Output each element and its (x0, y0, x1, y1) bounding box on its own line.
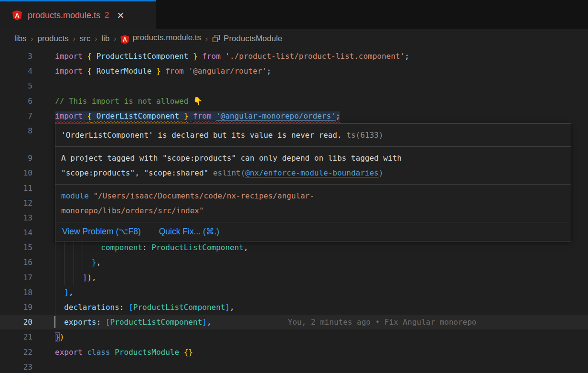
code-line[interactable]: 15 component: ProductListComponent, (0, 240, 588, 255)
quick-fix-action[interactable]: Quick Fix... (⌘.) (159, 227, 219, 237)
code-token: export (55, 348, 87, 357)
code-token: } (92, 258, 96, 267)
code-token: [ (128, 303, 133, 312)
line-number: 8 (0, 123, 32, 138)
angular-icon: A (120, 35, 129, 44)
code-token: ) (87, 273, 92, 282)
indent-guide (74, 270, 74, 285)
breadcrumb-item-lib[interactable]: lib (101, 34, 109, 44)
indent-guide (64, 255, 64, 270)
code-token: : (119, 303, 128, 312)
code-token: , (96, 258, 101, 267)
code-token: ProductsModule (115, 348, 184, 357)
indent-guide (83, 255, 83, 270)
code-token: from (202, 52, 225, 61)
popup-text: ts(6133) (342, 131, 384, 140)
class-symbol-icon (212, 34, 220, 43)
code-token: import (55, 52, 87, 61)
popup-text-line: "scope:products", "scope:shared" eslint(… (61, 165, 565, 180)
code-token: OrderListComponent (92, 111, 184, 121)
code-token: ProductListComponent (133, 303, 225, 312)
line-number: 12 (0, 196, 32, 210)
breadcrumb-item-products[interactable]: products (38, 34, 69, 44)
line-number: 18 (0, 285, 32, 300)
code-token: import (55, 111, 87, 121)
indent-guide (74, 255, 74, 270)
line-number: 3 (0, 49, 32, 64)
code-token: : (142, 243, 151, 252)
code-token: : (96, 318, 106, 327)
line-number: 9 (0, 151, 32, 165)
code-token: ; (336, 111, 341, 121)
chevron-right-icon: › (95, 34, 97, 43)
rule-link[interactable]: @nx/enforce-module-boundaries (245, 168, 378, 177)
code-token: component (101, 243, 142, 252)
code-line[interactable]: 22export class ProductsModule {} (0, 345, 588, 360)
view-problem-action[interactable]: View Problem (⌥F8) (62, 227, 141, 237)
code-token: , (244, 243, 248, 252)
indent-guide (92, 240, 92, 255)
breadcrumb-item-productsmodule[interactable]: ProductsModule (212, 34, 282, 44)
code-token (55, 243, 101, 252)
line-number: 15 (0, 240, 32, 255)
code-token: '@angular/router' (188, 66, 267, 76)
popup-text: ) (379, 168, 384, 177)
code-token: , (92, 273, 96, 282)
code-line[interactable]: 23 (0, 360, 588, 373)
indent-guide (64, 270, 64, 285)
code-token: , (230, 303, 235, 312)
code-token: RouterModule (92, 66, 156, 76)
code-line[interactable]: 20 exports: [ProductListComponent],You, … (0, 315, 588, 329)
popup-text: module (61, 191, 89, 200)
code-token: ProductListComponent (92, 52, 193, 61)
code-token: from (165, 66, 188, 76)
popup-text-line: A project tagged with "scope:products" c… (61, 151, 565, 165)
code-token: import (55, 66, 87, 76)
code-line[interactable]: 18 ], (0, 285, 588, 300)
chevron-right-icon: › (73, 34, 75, 43)
angular-icon: A (12, 11, 22, 21)
close-icon[interactable]: ✕ (117, 11, 125, 20)
line-number: 4 (0, 64, 32, 78)
code-line[interactable]: 3import { ProductListComponent } from '.… (0, 49, 588, 64)
line-number: 13 (0, 210, 32, 225)
code-token: } (55, 332, 60, 341)
breadcrumb-item-libs[interactable]: libs (14, 34, 27, 44)
popup-action-bar: View Problem (⌥F8)Quick Fix... (⌘.) (55, 222, 571, 241)
popup-text-line: module "/Users/isaac/Documents/code/nx-r… (61, 188, 565, 203)
code-line[interactable]: 6// This import is not allowed 👇 (0, 94, 588, 109)
code-token (55, 288, 64, 297)
code-line[interactable]: 4import { RouterModule } from '@angular/… (0, 64, 588, 78)
git-blame-annotation: You, 2 minutes ago • Fix Angular monorep… (288, 318, 477, 327)
code-line[interactable]: 17 ]), (0, 270, 588, 285)
breadcrumb-item-products-module-ts[interactable]: Aproducts.module.ts (120, 33, 201, 44)
code-token: ProductListComponent (110, 318, 203, 327)
indent-guide (55, 300, 55, 315)
angular-icon: A (120, 35, 129, 44)
code-line[interactable]: 16 }, (0, 255, 588, 270)
line-number: 5 (0, 78, 32, 93)
code-token: exports (64, 318, 96, 327)
breadcrumb-item-src[interactable]: src (80, 34, 91, 44)
code-token (55, 273, 83, 282)
text-cursor (54, 316, 55, 328)
popup-section-eslint-diagnostic: A project tagged with "scope:products" c… (55, 147, 571, 185)
code-token: { (87, 52, 92, 61)
indent-guide (55, 240, 55, 255)
popup-text: A project tagged with "scope:products" c… (61, 154, 402, 163)
code-token: } (193, 52, 198, 61)
chevron-right-icon: › (205, 34, 208, 43)
code-line[interactable]: 19 declarations: [ProductListComponent], (0, 300, 588, 315)
code-line[interactable]: 5 (0, 78, 588, 93)
chevron-right-icon: › (31, 34, 33, 43)
code-token: ] (202, 318, 207, 327)
code-line[interactable]: 21}) (0, 329, 588, 344)
indent-guide (55, 285, 55, 300)
tab-problems-badge: 2 (105, 11, 109, 20)
popup-text: eslint( (213, 168, 245, 177)
code-line[interactable]: 7import { OrderListComponent } from '@an… (0, 109, 588, 123)
module-link[interactable]: '@angular-monorepo/orders' (216, 111, 335, 121)
code-token (55, 303, 64, 312)
tab-products-module[interactable]: A products.module.ts 2 ✕ (0, 0, 156, 29)
popup-text: "scope:products", "scope:shared" (61, 168, 213, 177)
